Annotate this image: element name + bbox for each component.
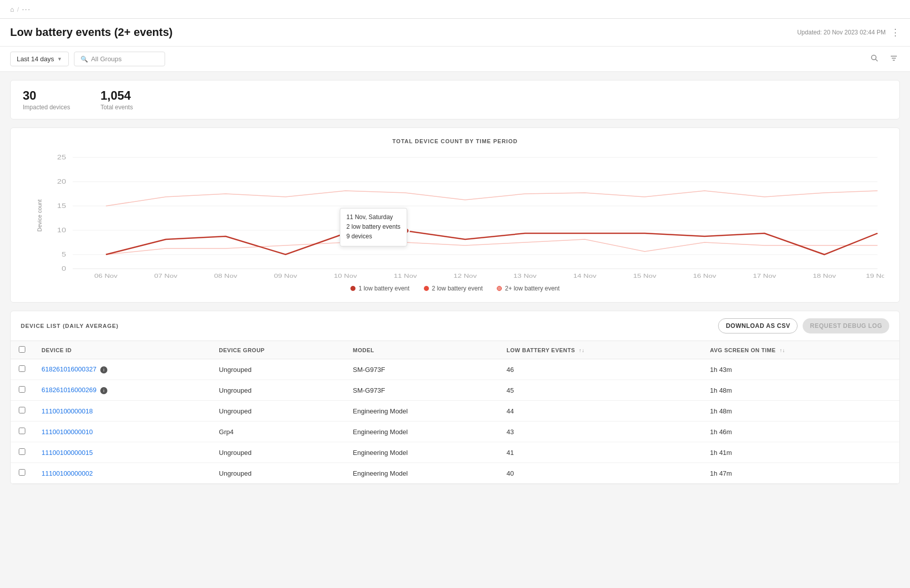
col-avg-screen-time-label: AVG SCREEN ON TIME bbox=[710, 347, 776, 353]
device-id-link-5[interactable]: 11100100000002 bbox=[42, 470, 93, 477]
legend-dot-2 bbox=[424, 286, 429, 291]
row-events-1: 45 bbox=[498, 380, 702, 401]
request-debug-log-button: REQUEST DEBUG LOG bbox=[803, 318, 889, 333]
device-id-link-4[interactable]: 11100100000015 bbox=[42, 449, 93, 456]
date-range-dropdown[interactable]: Last 14 days ▼ bbox=[10, 52, 69, 66]
row-checkbox-0[interactable] bbox=[19, 365, 25, 372]
row-screen-time-1: 1h 48m bbox=[702, 380, 899, 401]
row-model-3: Engineering Model bbox=[345, 422, 498, 442]
row-checkbox-2[interactable] bbox=[19, 407, 25, 413]
row-checkbox-cell-1[interactable] bbox=[11, 380, 33, 401]
table-row: 618261016000269 i Ungrouped SM-G973F 45 … bbox=[11, 380, 899, 401]
select-all-checkbox[interactable] bbox=[19, 346, 25, 353]
search-button[interactable] bbox=[868, 52, 881, 66]
table-header-row: DEVICE ID DEVICE GROUP MODEL LOW BATTERY… bbox=[11, 341, 899, 359]
impacted-devices-label: Impacted devices bbox=[23, 104, 70, 111]
home-icon[interactable]: ⌂ bbox=[10, 6, 14, 13]
row-model-0: SM-G973F bbox=[345, 359, 498, 380]
row-screen-time-3: 1h 46m bbox=[702, 422, 899, 442]
svg-text:06 Nov: 06 Nov bbox=[94, 273, 117, 279]
row-device-id-5: 11100100000002 bbox=[33, 463, 211, 484]
info-icon-1[interactable]: i bbox=[100, 387, 107, 394]
device-id-link-2[interactable]: 11100100000018 bbox=[42, 407, 93, 415]
row-model-1: SM-G973F bbox=[345, 380, 498, 401]
col-device-group-label: DEVICE GROUP bbox=[219, 347, 264, 353]
device-id-link-0[interactable]: 618261016000327 bbox=[42, 365, 96, 373]
total-events-stat: 1,054 Total events bbox=[100, 89, 133, 111]
svg-text:07 Nov: 07 Nov bbox=[154, 273, 178, 279]
header-menu-icon[interactable]: ⋮ bbox=[891, 27, 900, 38]
table-header: DEVICE LIST (DAILY AVERAGE) DOWNLOAD AS … bbox=[11, 311, 899, 341]
row-screen-time-2: 1h 48m bbox=[702, 401, 899, 422]
row-checkbox-4[interactable] bbox=[19, 448, 25, 455]
svg-text:16 Nov: 16 Nov bbox=[693, 273, 716, 279]
device-id-link-1[interactable]: 618261016000269 bbox=[42, 386, 96, 394]
col-avg-screen-time[interactable]: AVG SCREEN ON TIME ↑↓ bbox=[702, 341, 899, 359]
more-options-icon[interactable]: ··· bbox=[22, 5, 31, 13]
row-device-group-0: Ungrouped bbox=[211, 359, 344, 380]
sort-icon-screen: ↑↓ bbox=[779, 348, 785, 353]
row-device-id-0: 618261016000327 i bbox=[33, 359, 211, 380]
table-header-title: DEVICE LIST (DAILY AVERAGE) bbox=[21, 323, 118, 329]
chart-legend: 1 low battery event 2 low battery event … bbox=[21, 285, 889, 292]
legend-dot-1 bbox=[350, 286, 355, 291]
table-body: 618261016000327 i Ungrouped SM-G973F 46 … bbox=[11, 359, 899, 484]
row-checkbox-cell-4[interactable] bbox=[11, 442, 33, 463]
search-icon: 🔍 bbox=[81, 56, 88, 63]
device-id-link-3[interactable]: 11100100000010 bbox=[42, 428, 93, 436]
svg-text:10: 10 bbox=[57, 227, 66, 234]
main-content: 30 Impacted devices 1,054 Total events T… bbox=[0, 72, 910, 492]
table-row: 11100100000015 Ungrouped Engineering Mod… bbox=[11, 442, 899, 463]
group-label: All Groups bbox=[91, 55, 122, 63]
row-checkbox-cell-5[interactable] bbox=[11, 463, 33, 484]
table-header-actions: DOWNLOAD AS CSV REQUEST DEBUG LOG bbox=[718, 318, 889, 333]
row-device-id-2: 11100100000018 bbox=[33, 401, 211, 422]
col-low-battery-events[interactable]: LOW BATTERY EVENTS ↑↓ bbox=[498, 341, 702, 359]
download-csv-button[interactable]: DOWNLOAD AS CSV bbox=[718, 318, 798, 333]
row-device-group-2: Ungrouped bbox=[211, 401, 344, 422]
svg-text:10 Nov: 10 Nov bbox=[334, 273, 357, 279]
row-checkbox-5[interactable] bbox=[19, 469, 25, 476]
col-device-id-label: DEVICE ID bbox=[42, 347, 72, 353]
filter-button[interactable] bbox=[888, 52, 900, 66]
svg-text:19 Nov: 19 Nov bbox=[866, 273, 884, 279]
svg-text:12 Nov: 12 Nov bbox=[454, 273, 477, 279]
row-checkbox-3[interactable] bbox=[19, 428, 25, 434]
col-device-id: DEVICE ID bbox=[33, 341, 211, 359]
svg-text:17 Nov: 17 Nov bbox=[753, 273, 776, 279]
svg-text:18 Nov: 18 Nov bbox=[813, 273, 836, 279]
page-title: Low battery events (2+ events) bbox=[10, 26, 173, 39]
row-model-2: Engineering Model bbox=[345, 401, 498, 422]
row-device-group-5: Ungrouped bbox=[211, 463, 344, 484]
table-row: 11100100000018 Ungrouped Engineering Mod… bbox=[11, 401, 899, 422]
legend-item-2: 2 low battery event bbox=[424, 285, 483, 292]
total-events-label: Total events bbox=[100, 104, 133, 111]
row-device-id-1: 618261016000269 i bbox=[33, 380, 211, 401]
svg-text:08 Nov: 08 Nov bbox=[214, 273, 238, 279]
svg-text:25: 25 bbox=[57, 154, 66, 161]
legend-item-3: 2+ low battery event bbox=[497, 285, 560, 292]
breadcrumb-separator: / bbox=[17, 6, 19, 13]
svg-text:20: 20 bbox=[57, 178, 66, 185]
row-screen-time-4: 1h 41m bbox=[702, 442, 899, 463]
row-screen-time-5: 1h 47m bbox=[702, 463, 899, 484]
row-device-id-4: 11100100000015 bbox=[33, 442, 211, 463]
group-search[interactable]: 🔍 All Groups bbox=[74, 52, 165, 66]
table-row: 11100100000010 Grp4 Engineering Model 43… bbox=[11, 422, 899, 442]
select-all-checkbox-header[interactable] bbox=[11, 341, 33, 359]
dropdown-arrow-icon: ▼ bbox=[57, 56, 62, 62]
svg-text:15: 15 bbox=[57, 202, 66, 209]
total-events-value: 1,054 bbox=[100, 89, 133, 103]
info-icon-0[interactable]: i bbox=[100, 366, 107, 373]
row-events-4: 41 bbox=[498, 442, 702, 463]
legend-label-3: 2+ low battery event bbox=[505, 285, 560, 292]
chart-card: TOTAL DEVICE COUNT BY TIME PERIOD Device… bbox=[10, 128, 900, 303]
row-checkbox-cell-2[interactable] bbox=[11, 401, 33, 422]
impacted-devices-value: 30 bbox=[23, 89, 70, 103]
row-checkbox-1[interactable] bbox=[19, 386, 25, 393]
chart-title: TOTAL DEVICE COUNT BY TIME PERIOD bbox=[21, 138, 889, 144]
row-checkbox-cell-0[interactable] bbox=[11, 359, 33, 380]
row-checkbox-cell-3[interactable] bbox=[11, 422, 33, 442]
table-row: 618261016000327 i Ungrouped SM-G973F 46 … bbox=[11, 359, 899, 380]
svg-text:15 Nov: 15 Nov bbox=[633, 273, 656, 279]
